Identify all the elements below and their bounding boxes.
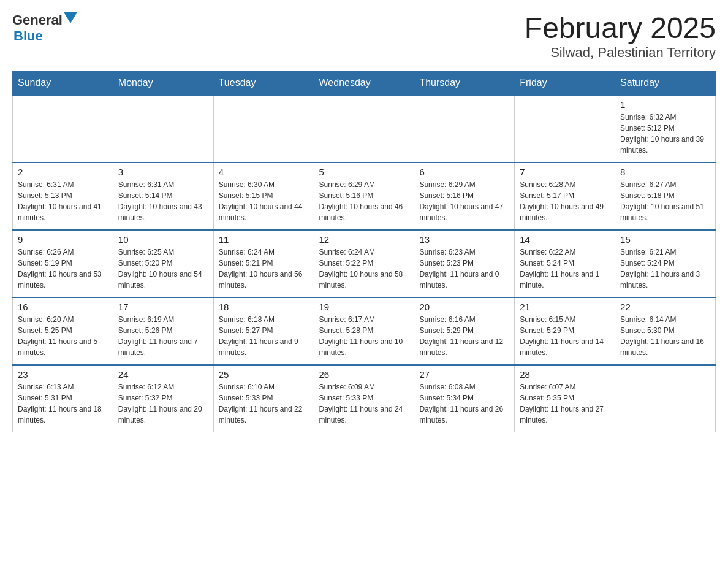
day-number: 12 (319, 234, 409, 245)
calendar-cell: 8Sunrise: 6:27 AMSunset: 5:18 PMDaylight… (615, 163, 716, 230)
calendar-day-header: Monday (113, 71, 213, 95)
calendar-week-row: 23Sunrise: 6:13 AMSunset: 5:31 PMDayligh… (13, 365, 716, 432)
calendar-cell: 26Sunrise: 6:09 AMSunset: 5:33 PMDayligh… (314, 365, 414, 432)
page-header: General Blue February 2025 Silwad, Pales… (12, 12, 716, 61)
day-info: Sunrise: 6:16 AMSunset: 5:29 PMDaylight:… (419, 314, 509, 358)
day-info: Sunrise: 6:26 AMSunset: 5:19 PMDaylight:… (18, 247, 108, 291)
calendar-cell: 25Sunrise: 6:10 AMSunset: 5:33 PMDayligh… (213, 365, 314, 432)
day-number: 22 (620, 302, 710, 312)
calendar-day-header: Wednesday (314, 71, 414, 95)
day-info: Sunrise: 6:08 AMSunset: 5:34 PMDaylight:… (419, 381, 509, 426)
calendar-cell: 14Sunrise: 6:22 AMSunset: 5:24 PMDayligh… (515, 230, 615, 297)
calendar-cell (314, 95, 414, 163)
day-info: Sunrise: 6:22 AMSunset: 5:24 PMDaylight:… (520, 247, 610, 291)
day-info: Sunrise: 6:17 AMSunset: 5:28 PMDaylight:… (319, 314, 409, 358)
day-info: Sunrise: 6:25 AMSunset: 5:20 PMDaylight:… (118, 247, 208, 291)
calendar-week-row: 1Sunrise: 6:32 AMSunset: 5:12 PMDaylight… (13, 95, 716, 163)
calendar-cell: 12Sunrise: 6:24 AMSunset: 5:22 PMDayligh… (314, 230, 414, 297)
day-info: Sunrise: 6:28 AMSunset: 5:17 PMDaylight:… (520, 179, 610, 223)
day-number: 16 (18, 302, 108, 312)
calendar-cell: 11Sunrise: 6:24 AMSunset: 5:21 PMDayligh… (213, 230, 314, 297)
day-info: Sunrise: 6:13 AMSunset: 5:31 PMDaylight:… (18, 381, 108, 426)
day-info: Sunrise: 6:29 AMSunset: 5:16 PMDaylight:… (319, 179, 409, 223)
day-info: Sunrise: 6:21 AMSunset: 5:24 PMDaylight:… (620, 247, 710, 291)
day-info: Sunrise: 6:15 AMSunset: 5:29 PMDaylight:… (520, 314, 610, 358)
day-number: 17 (118, 302, 208, 312)
day-number: 15 (620, 234, 710, 245)
calendar-body: 1Sunrise: 6:32 AMSunset: 5:12 PMDaylight… (13, 95, 716, 432)
day-number: 14 (520, 234, 610, 245)
calendar-cell: 7Sunrise: 6:28 AMSunset: 5:17 PMDaylight… (515, 163, 615, 230)
day-number: 4 (219, 167, 309, 177)
day-number: 10 (118, 234, 208, 245)
calendar-day-header: Thursday (414, 71, 515, 95)
day-number: 28 (520, 369, 610, 380)
calendar-cell: 27Sunrise: 6:08 AMSunset: 5:34 PMDayligh… (414, 365, 515, 432)
day-info: Sunrise: 6:19 AMSunset: 5:26 PMDaylight:… (118, 314, 208, 358)
calendar-cell: 19Sunrise: 6:17 AMSunset: 5:28 PMDayligh… (314, 297, 414, 365)
day-info: Sunrise: 6:18 AMSunset: 5:27 PMDaylight:… (219, 314, 309, 358)
calendar-cell: 3Sunrise: 6:31 AMSunset: 5:14 PMDaylight… (113, 163, 213, 230)
calendar-cell: 5Sunrise: 6:29 AMSunset: 5:16 PMDaylight… (314, 163, 414, 230)
calendar-cell: 13Sunrise: 6:23 AMSunset: 5:23 PMDayligh… (414, 230, 515, 297)
calendar-cell: 28Sunrise: 6:07 AMSunset: 5:35 PMDayligh… (515, 365, 615, 432)
calendar-cell: 21Sunrise: 6:15 AMSunset: 5:29 PMDayligh… (515, 297, 615, 365)
day-number: 20 (419, 302, 509, 312)
day-number: 23 (18, 369, 108, 380)
calendar-cell: 22Sunrise: 6:14 AMSunset: 5:30 PMDayligh… (615, 297, 716, 365)
logo: General Blue (12, 12, 77, 44)
page-title: February 2025 (525, 12, 716, 45)
day-info: Sunrise: 6:32 AMSunset: 5:12 PMDaylight:… (620, 112, 710, 156)
day-info: Sunrise: 6:24 AMSunset: 5:22 PMDaylight:… (319, 247, 409, 291)
day-number: 2 (18, 167, 108, 177)
calendar-header: SundayMondayTuesdayWednesdayThursdayFrid… (13, 71, 716, 95)
calendar-week-row: 9Sunrise: 6:26 AMSunset: 5:19 PMDaylight… (13, 230, 716, 297)
calendar-cell (13, 95, 113, 163)
logo-text-blue: Blue (13, 28, 43, 44)
day-info: Sunrise: 6:23 AMSunset: 5:23 PMDaylight:… (419, 247, 509, 291)
calendar-cell (113, 95, 213, 163)
day-number: 19 (319, 302, 409, 312)
day-info: Sunrise: 6:10 AMSunset: 5:33 PMDaylight:… (219, 381, 309, 426)
day-info: Sunrise: 6:07 AMSunset: 5:35 PMDaylight:… (520, 381, 610, 426)
logo-triangle-icon (64, 12, 77, 26)
day-info: Sunrise: 6:09 AMSunset: 5:33 PMDaylight:… (319, 381, 409, 426)
calendar-cell: 1Sunrise: 6:32 AMSunset: 5:12 PMDaylight… (615, 95, 716, 163)
page-subtitle: Silwad, Palestinian Territory (525, 45, 716, 61)
logo-text-general: General (12, 12, 63, 28)
calendar-cell: 4Sunrise: 6:30 AMSunset: 5:15 PMDaylight… (213, 163, 314, 230)
calendar-week-row: 16Sunrise: 6:20 AMSunset: 5:25 PMDayligh… (13, 297, 716, 365)
day-number: 18 (219, 302, 309, 312)
calendar-day-header: Sunday (13, 71, 113, 95)
day-number: 24 (118, 369, 208, 380)
calendar-cell: 17Sunrise: 6:19 AMSunset: 5:26 PMDayligh… (113, 297, 213, 365)
calendar-cell: 24Sunrise: 6:12 AMSunset: 5:32 PMDayligh… (113, 365, 213, 432)
day-number: 8 (620, 167, 710, 177)
calendar-cell: 18Sunrise: 6:18 AMSunset: 5:27 PMDayligh… (213, 297, 314, 365)
day-number: 21 (520, 302, 610, 312)
calendar-day-header: Saturday (615, 71, 716, 95)
calendar-table: SundayMondayTuesdayWednesdayThursdayFrid… (12, 71, 716, 433)
day-number: 3 (118, 167, 208, 177)
day-info: Sunrise: 6:31 AMSunset: 5:13 PMDaylight:… (18, 179, 108, 223)
day-number: 9 (18, 234, 108, 245)
day-number: 26 (319, 369, 409, 380)
day-number: 5 (319, 167, 409, 177)
day-info: Sunrise: 6:29 AMSunset: 5:16 PMDaylight:… (419, 179, 509, 223)
day-info: Sunrise: 6:30 AMSunset: 5:15 PMDaylight:… (219, 179, 309, 223)
calendar-week-row: 2Sunrise: 6:31 AMSunset: 5:13 PMDaylight… (13, 163, 716, 230)
day-info: Sunrise: 6:31 AMSunset: 5:14 PMDaylight:… (118, 179, 208, 223)
day-info: Sunrise: 6:12 AMSunset: 5:32 PMDaylight:… (118, 381, 208, 426)
calendar-cell (515, 95, 615, 163)
day-number: 27 (419, 369, 509, 380)
calendar-cell: 15Sunrise: 6:21 AMSunset: 5:24 PMDayligh… (615, 230, 716, 297)
day-number: 1 (620, 99, 710, 110)
calendar-cell: 10Sunrise: 6:25 AMSunset: 5:20 PMDayligh… (113, 230, 213, 297)
day-info: Sunrise: 6:24 AMSunset: 5:21 PMDaylight:… (219, 247, 309, 291)
calendar-cell: 23Sunrise: 6:13 AMSunset: 5:31 PMDayligh… (13, 365, 113, 432)
day-info: Sunrise: 6:14 AMSunset: 5:30 PMDaylight:… (620, 314, 710, 358)
calendar-cell: 16Sunrise: 6:20 AMSunset: 5:25 PMDayligh… (13, 297, 113, 365)
svg-marker-0 (64, 12, 77, 23)
day-number: 7 (520, 167, 610, 177)
calendar-day-header: Tuesday (213, 71, 314, 95)
